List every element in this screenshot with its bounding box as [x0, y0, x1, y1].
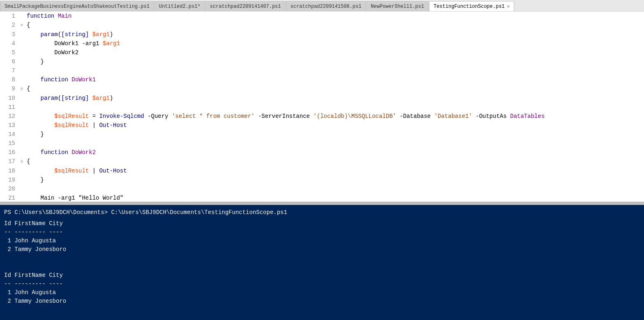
terminal-output-line: 2 Tammy Jonesboro — [4, 297, 640, 306]
line-number: 9 — [0, 84, 18, 94]
code-line-4: 4 DoWork1 -arg1 $arg1 — [0, 39, 644, 48]
line-number: 1 — [0, 12, 18, 21]
line-number: 21 — [0, 193, 18, 202]
fold-indicator — [18, 175, 25, 184]
terminal-command: C:\Users\SBJ9DCH\Documents\TestingFuncti… — [108, 209, 287, 216]
terminal-output-line — [4, 262, 640, 271]
line-content: param([string] $arg1) — [25, 30, 644, 39]
code-line-6: 6 } — [0, 57, 644, 66]
editor-terminal-divider — [0, 202, 644, 205]
line-content: Main -arg1 "Hello World" — [25, 193, 644, 202]
fold-indicator — [18, 30, 25, 39]
line-number: 8 — [0, 75, 18, 84]
tab-testingfunctionscope[interactable]: TestingFunctionScope.ps1 ✕ — [429, 1, 514, 11]
line-number: 5 — [0, 48, 18, 57]
line-number: 4 — [0, 39, 18, 48]
tab-label: SmallPackageBusinessEngineAutoShakeoutTe… — [5, 4, 150, 9]
line-content: DoWork1 -arg1 $arg1 — [25, 39, 644, 48]
tab-smallpackage[interactable]: SmallPackageBusinessEngineAutoShakeoutTe… — [0, 1, 154, 11]
code-line-20: 20 — [0, 184, 644, 193]
code-line-3: 3 param([string] $arg1) — [0, 30, 644, 39]
line-number: 17 — [0, 157, 18, 166]
fold-indicator — [18, 39, 25, 48]
line-number: 19 — [0, 175, 18, 184]
line-number: 2 — [0, 21, 18, 30]
line-content: } — [25, 130, 644, 139]
fold-indicator — [18, 57, 25, 66]
fold-indicator — [18, 148, 25, 157]
line-number: 7 — [0, 66, 18, 75]
line-content: param([string] $arg1) — [25, 94, 644, 103]
line-number: 18 — [0, 166, 18, 175]
fold-indicator — [18, 12, 25, 21]
code-content: 1 function Main 2 ⊝ { 3 param([string] $… — [0, 12, 644, 202]
code-line-18: 18 $sqlResult | Out-Host — [0, 166, 644, 175]
tab-newpowershell[interactable]: NewPowerShell1.ps1 — [366, 1, 429, 11]
terminal-prompt: PS C:\Users\SBJ9DCH\Documents> — [4, 209, 108, 216]
code-line-19: 19 } — [0, 175, 644, 184]
code-line-17: 17 ⊝ { — [0, 157, 644, 166]
code-editor[interactable]: 1 function Main 2 ⊝ { 3 param([string] $… — [0, 12, 644, 202]
fold-indicator — [18, 103, 25, 112]
fold-indicator — [18, 48, 25, 57]
line-content: function DoWork2 — [25, 148, 644, 157]
line-number: 6 — [0, 57, 18, 66]
tab-close-icon[interactable]: ✕ — [507, 4, 510, 9]
fold-indicator — [18, 130, 25, 139]
fold-indicator: ⊝ — [18, 21, 25, 30]
tab-label: scratchpad2209141508.ps1 — [291, 4, 362, 9]
fold-indicator — [18, 66, 25, 75]
fold-indicator — [18, 75, 25, 84]
code-line-16: 16 function DoWork2 — [0, 148, 644, 157]
line-number: 11 — [0, 103, 18, 112]
line-number: 15 — [0, 139, 18, 148]
terminal-output-line: Id FirstName City — [4, 271, 640, 280]
code-line-11: 11 — [0, 103, 644, 112]
code-line-5: 5 DoWork2 — [0, 48, 644, 57]
terminal-output-line — [4, 254, 640, 262]
line-number: 3 — [0, 30, 18, 39]
line-content: $sqlResult | Out-Host — [25, 121, 644, 130]
line-number: 14 — [0, 130, 18, 139]
code-line-2: 2 ⊝ { — [0, 21, 644, 30]
line-content — [25, 103, 644, 112]
line-content: } — [25, 175, 644, 184]
code-line-7: 7 — [0, 66, 644, 75]
terminal-output-line: 2 Tammy Jonesboro — [4, 245, 640, 254]
terminal-output-line: 1 John Augusta — [4, 288, 640, 297]
line-content: function Main — [25, 12, 644, 21]
fold-indicator — [18, 139, 25, 148]
line-content: function DoWork1 — [25, 75, 644, 84]
tab-label: NewPowerShell1.ps1 — [371, 4, 424, 9]
terminal-output-line: -- --------- ---- — [4, 228, 640, 237]
line-content: { — [25, 21, 644, 30]
tab-label: TestingFunctionScope.ps1 — [434, 4, 505, 9]
code-line-13: 13 $sqlResult | Out-Host — [0, 121, 644, 130]
fold-indicator: ⊝ — [18, 84, 25, 94]
tab-scratchpad1407[interactable]: scratchpad2209141407.ps1 — [205, 1, 286, 11]
tab-bar: SmallPackageBusinessEngineAutoShakeoutTe… — [0, 0, 644, 12]
line-content: DoWork2 — [25, 48, 644, 57]
code-line-14: 14 } — [0, 130, 644, 139]
terminal-panel[interactable]: PS C:\Users\SBJ9DCH\Documents> C:\Users\… — [0, 205, 644, 320]
fold-indicator — [18, 166, 25, 175]
tab-untitled2[interactable]: Untitled2.ps1* — [155, 1, 205, 11]
line-content: $sqlResult = Invoke-Sqlcmd -Query 'selec… — [25, 112, 644, 121]
terminal-output-line: -- --------- ---- — [4, 280, 640, 288]
code-line-1: 1 function Main — [0, 12, 644, 21]
fold-indicator — [18, 112, 25, 121]
code-line-12: 12 $sqlResult = Invoke-Sqlcmd -Query 'se… — [0, 112, 644, 121]
code-line-10: 10 param([string] $arg1) — [0, 94, 644, 103]
line-content — [25, 66, 644, 75]
line-number: 13 — [0, 121, 18, 130]
line-content: $sqlResult | Out-Host — [25, 166, 644, 175]
terminal-output: Id FirstName City -- --------- ---- 1 Jo… — [4, 219, 640, 306]
line-number: 10 — [0, 94, 18, 103]
terminal-command-line: PS C:\Users\SBJ9DCH\Documents> C:\Users\… — [4, 208, 640, 217]
line-content — [25, 184, 644, 193]
code-line-9: 9 ⊝ { — [0, 84, 644, 94]
line-number: 12 — [0, 112, 18, 121]
tab-scratchpad1508[interactable]: scratchpad2209141508.ps1 — [286, 1, 366, 11]
tab-label: scratchpad2209141407.ps1 — [210, 4, 281, 9]
fold-indicator: ⊝ — [18, 157, 25, 166]
